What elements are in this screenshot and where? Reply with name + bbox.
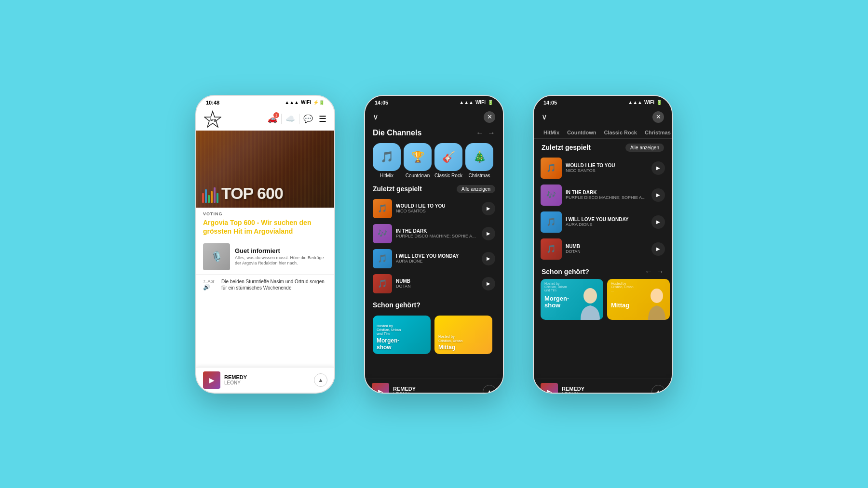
signal-icon-1: ▲▲▲: [285, 100, 299, 105]
news-item[interactable]: 7. Apr 🔊 Die beiden Sturmtieffe Nasim un…: [196, 274, 334, 295]
channels-nav-arrows: ← →: [476, 129, 495, 137]
phones-container: 10:48 ▲▲▲ WiFi ⚡🔋 Arg 🚗 1: [186, 85, 682, 403]
song-row-4-p3[interactable]: 🎵 NUMB DOTAN ▶: [534, 236, 672, 263]
schon-card-morgen-label-2: Hosted by Cristian, Urban und Tim Morgen…: [377, 324, 401, 351]
channels-next-arrow[interactable]: →: [488, 129, 495, 137]
channel-classicrock[interactable]: 🎸 Classic Rock: [434, 143, 462, 178]
status-bar-1: 10:48 ▲▲▲ WiFi ⚡🔋: [196, 96, 334, 107]
play-button-1-p3[interactable]: ▶: [651, 161, 665, 175]
song-thumb-4-p2: 🎵: [373, 274, 392, 293]
song-row-2-p2[interactable]: 🎶 IN THE DARK PURPLE DISCO MACHINE; SOPH…: [365, 221, 503, 246]
morgen-cards-row: Hosted byCristian, Urbanund Tim Morgen-s…: [534, 279, 672, 320]
news-date: 7. Apr: [203, 279, 217, 284]
song-info-3-p3: I WILL LOVE YOU MONDAY AURA DIONE: [566, 217, 648, 227]
whatsapp-icon[interactable]: 💬: [303, 114, 313, 123]
alle-button-2[interactable]: Alle anzeigen: [457, 185, 495, 193]
play-button-4-p3[interactable]: ▶: [651, 242, 665, 256]
chevron-icon-3[interactable]: ∨: [542, 112, 547, 121]
alle-button-3[interactable]: Alle anzeigen: [625, 144, 664, 152]
song-artist-3-p3: AURA DIONE: [566, 222, 648, 227]
tab-classicrock[interactable]: Classic Rock: [600, 128, 640, 137]
car-icon-container[interactable]: 🚗 1: [268, 114, 277, 123]
schon-section-header-2: Schon gehört?: [365, 296, 503, 312]
song-info-1-p2: WOULD I LIE TO YOU NICO SANTOS: [396, 203, 478, 213]
song-row-3-p2[interactable]: 🎵 I WILL LOVE YOU MONDAY AURA DIONE ▶: [365, 246, 503, 271]
song-thumb-3-p2: 🎵: [373, 249, 392, 268]
logo-area: Arg: [204, 110, 221, 128]
bars-graphic: [202, 187, 218, 203]
song-row-1-p3[interactable]: 🎵 WOULD I LIE TO YOU NICO SANTOS ▶: [534, 155, 672, 182]
play-button-1-p2[interactable]: ▶: [482, 202, 495, 215]
song-info-1-p3: WOULD I LIE TO YOU NICO SANTOS: [566, 163, 648, 173]
classicrock-icon: 🎸: [434, 143, 462, 171]
song-thumb-2-p2: 🎶: [373, 224, 392, 243]
tab-countdown[interactable]: Countdown: [563, 128, 600, 137]
time-2: 14:05: [375, 100, 388, 106]
hero-image: TOP 600: [196, 131, 334, 208]
channels-prev-arrow[interactable]: ←: [476, 129, 484, 137]
song-row-1-p2[interactable]: 🎵 WOULD I LIE TO YOU NICO SANTOS ▶: [365, 196, 503, 221]
status-icons-3: ▲▲▲ WiFi 🔋: [628, 100, 662, 105]
song-title-2-p3: IN THE DARK: [566, 190, 648, 195]
schon-prev-arrow[interactable]: ←: [645, 267, 652, 276]
song-artist-1-p3: NICO SANTOS: [566, 168, 648, 173]
bottom-player-2[interactable]: ▶ REMEDY LEONY ▲: [365, 379, 503, 394]
classicrock-label: Classic Rock: [434, 173, 462, 178]
svg-point-2: [583, 288, 597, 303]
player-expand-button-2[interactable]: ▲: [483, 385, 496, 394]
morgen-card-mittag[interactable]: Hosted byCristian, Urban... Mittag: [607, 279, 670, 320]
status-bar-2: 14:05 ▲▲▲ WiFi 🔋: [365, 96, 503, 107]
channel-hitmix[interactable]: 🎵 HitMix: [373, 143, 401, 178]
player-info-1: REMEDY LEONY: [224, 374, 247, 385]
tab-hitmix[interactable]: HitMix: [540, 128, 563, 137]
time-1: 10:48: [206, 100, 219, 106]
schon-card-morgen-2[interactable]: Hosted by Cristian, Urban und Tim Morgen…: [373, 316, 431, 354]
morgen-card-show[interactable]: Hosted byCristian, Urbanund Tim Morgen-s…: [541, 279, 603, 320]
bottom-player-3[interactable]: ▶ REMEDY LEONY ▲: [534, 379, 672, 394]
cloud-icon[interactable]: ☁️: [285, 114, 295, 123]
channel-countdown[interactable]: 🏆 Countdown: [404, 143, 432, 178]
divider-2: [299, 114, 299, 124]
article-title[interactable]: Argovia Top 600 - Wir suchen den grösste…: [196, 216, 334, 237]
player-thumbnail-3: ▶: [541, 383, 558, 394]
play-button-4-p2[interactable]: ▶: [482, 277, 495, 290]
player-artist-1: LEONY: [224, 380, 247, 385]
menu-icon[interactable]: ☰: [319, 114, 326, 124]
play-button-3-p3[interactable]: ▶: [651, 215, 665, 229]
zuletzt-title-3: Zuletzt gespielt: [542, 144, 591, 151]
channel-christmas[interactable]: 🎄 Christmas: [465, 143, 493, 178]
schon-card-mittag-2[interactable]: Hosted by Cristian, Urban Mittag: [434, 316, 492, 354]
song-row-2-p3[interactable]: 🎶 IN THE DARK PURPLE DISCO MACHINE; SOPH…: [534, 182, 672, 209]
bottom-player-1[interactable]: ▶ REMEDY LEONY ▲: [196, 367, 334, 393]
morgen-title-show: Morgen-show: [544, 295, 569, 309]
phone1-header: Arg 🚗 1 ☁️ 💬 ☰: [196, 107, 334, 131]
morgen-title-mittag: Mittag: [611, 302, 629, 309]
player-expand-button-1[interactable]: ▲: [314, 373, 327, 387]
person-silhouette-2: [643, 286, 670, 320]
phone2-content: ∨ ✕ Die Channels ← → 🎵 HitMix 🏆 Countdow…: [365, 107, 503, 394]
close-button-2[interactable]: ✕: [484, 111, 495, 123]
battery-icon-1: ⚡🔋: [313, 100, 325, 105]
nav-icons-1: 🚗 1 ☁️ 💬 ☰: [268, 114, 326, 124]
song-title-1-p3: WOULD I LIE TO YOU: [566, 163, 648, 168]
chevron-icon-2[interactable]: ∨: [373, 112, 379, 121]
battery-icon-2: 🔋: [488, 100, 493, 105]
person-silhouette-1: [577, 286, 603, 320]
close-button-3[interactable]: ✕: [652, 111, 664, 123]
phone-3: 14:05 ▲▲▲ WiFi 🔋 ∨ ✕ HitMix Countdown Cl…: [533, 95, 673, 394]
song-row-4-p2[interactable]: 🎵 NUMB DOTAN ▶: [365, 271, 503, 296]
player-expand-button-3[interactable]: ▲: [651, 385, 665, 394]
tab-christmas[interactable]: Christmas: [641, 128, 672, 137]
zuletzt-title-2: Zuletzt gespielt: [373, 185, 422, 193]
schon-title-3: Schon gehört?: [542, 268, 589, 276]
play-button-3-p2[interactable]: ▶: [482, 252, 495, 265]
signal-icon-3: ▲▲▲: [628, 100, 642, 105]
schon-next-arrow[interactable]: →: [656, 267, 664, 276]
play-button-2-p3[interactable]: ▶: [651, 188, 665, 202]
song-thumb-4-p3: 🎵: [541, 238, 562, 260]
morgen-label-show: Hosted byCristian, Urbanund Tim: [544, 282, 567, 292]
countdown-label: Countdown: [406, 173, 430, 178]
play-button-2-p2[interactable]: ▶: [482, 227, 495, 240]
phone3-dark-header: ∨ ✕: [534, 107, 672, 127]
song-row-3-p3[interactable]: 🎵 I WILL LOVE YOU MONDAY AURA DIONE ▶: [534, 209, 672, 236]
